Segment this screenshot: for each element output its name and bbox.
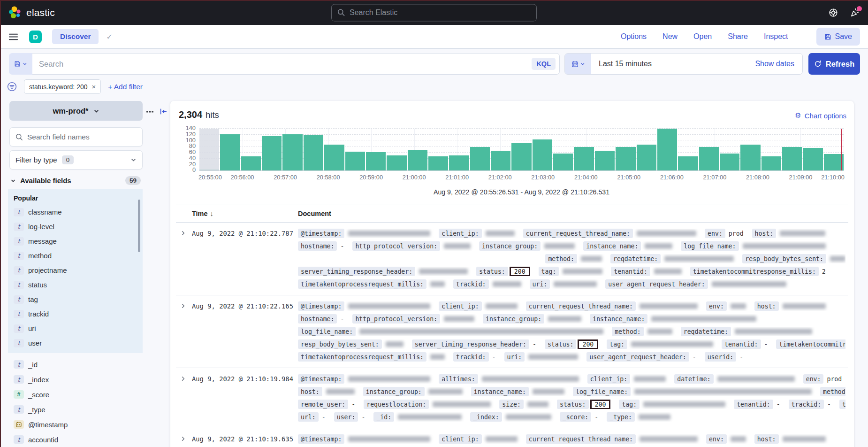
doc-field-current_request_thread_name[interactable]: current_request_thread_name:	[523, 229, 633, 238]
add-filter-button[interactable]: + Add filter	[108, 83, 143, 91]
doc-field-hostname[interactable]: hostname:	[298, 241, 337, 251]
filter-pill-status-keyword-200[interactable]: status.keyword: 200 ×	[24, 79, 101, 94]
doc-field-tenantid[interactable]: tenantid:	[734, 400, 773, 409]
doc-field-log_file_name[interactable]: log_file_name:	[298, 327, 356, 336]
date-quick-select-button[interactable]	[565, 54, 591, 74]
doc-field-host[interactable]: host:	[754, 434, 779, 444]
field-item-classname[interactable]: tclassname	[8, 205, 143, 219]
doc-field-env[interactable]: env:	[706, 434, 727, 444]
show-dates-button[interactable]: Show dates	[747, 60, 802, 68]
histogram-bar[interactable]	[533, 139, 552, 170]
histogram-bar[interactable]	[782, 147, 802, 170]
doc-field-instance_group[interactable]: instance_group:	[483, 314, 544, 324]
doc-field-instance_group[interactable]: instance_group:	[363, 387, 425, 396]
doc-field-tenantid[interactable]: tenantid:	[611, 267, 650, 276]
histogram-bar[interactable]	[470, 147, 490, 170]
histogram-bar[interactable]	[761, 156, 781, 171]
breadcrumb-discover[interactable]: Discover	[52, 29, 99, 44]
filter-by-type-select[interactable]: Filter by type 0	[9, 150, 143, 170]
histogram-bar[interactable]	[408, 150, 427, 171]
doc-field-_score[interactable]: _score:	[560, 412, 592, 422]
histogram-bar[interactable]	[740, 145, 760, 170]
histogram-bar[interactable]	[282, 134, 302, 170]
options-button[interactable]: Options	[621, 32, 647, 41]
doc-field-env[interactable]: env:	[706, 301, 727, 311]
histogram-bar[interactable]	[595, 151, 615, 170]
field-item-@timestamp[interactable]: @timestamp	[8, 417, 143, 432]
histogram-bar[interactable]	[574, 147, 594, 170]
doc-field-user_agent_request_header[interactable]: user_agent_request_header:	[605, 279, 708, 289]
doc-field-type[interactable]: type:	[839, 400, 845, 409]
histogram-bar[interactable]	[304, 135, 323, 170]
doc-field-status[interactable]: status:	[476, 267, 508, 276]
doc-field-reqdatetime[interactable]: reqdatetime:	[681, 327, 731, 336]
doc-field-http_protocol_version[interactable]: http_protocol_version:	[352, 314, 440, 324]
time-column-header[interactable]: Time↓	[192, 210, 298, 217]
save-button[interactable]: Save	[816, 28, 860, 46]
doc-field-env[interactable]: env:	[705, 229, 725, 238]
doc-field-_index[interactable]: _index:	[470, 412, 502, 422]
doc-field-hostname[interactable]: hostname:	[298, 314, 337, 324]
doc-field-user[interactable]: user:	[334, 412, 358, 422]
sidebar-scrollbar[interactable]	[138, 200, 140, 252]
doc-field-method[interactable]: method:	[612, 327, 644, 336]
field-item-log-level[interactable]: tlog-level	[8, 219, 143, 234]
doc-field-trackid[interactable]: trackid:	[453, 279, 489, 289]
histogram-bar[interactable]	[657, 129, 677, 170]
doc-field-@timestamp[interactable]: @timestamp:	[298, 374, 344, 384]
doc-field-datetime[interactable]: datetime:	[674, 374, 713, 384]
doc-field-timetakentoprocessrequest_millis[interactable]: timetakentoprocessrequest_millis:	[298, 279, 426, 289]
histogram-bar[interactable]	[324, 145, 344, 170]
doc-field-host[interactable]: host:	[298, 387, 322, 396]
doc-field-current_request_thread_name[interactable]: current_request_thread_name:	[526, 434, 636, 444]
field-item-user[interactable]: tuser	[8, 336, 143, 350]
expand-row-button[interactable]	[176, 301, 192, 365]
doc-field-server_timing_response_header[interactable]: server_timing_response_header:	[298, 267, 415, 276]
doc-field-resp_body_bytes_sent[interactable]: resp_body_bytes_sent:	[742, 254, 826, 263]
available-fields-accordion[interactable]: Available fields 59	[10, 176, 143, 185]
doc-field-client_ip[interactable]: client_ip:	[439, 434, 481, 444]
histogram-bar[interactable]	[616, 147, 635, 170]
time-range-value[interactable]: Last 15 minutes	[591, 60, 747, 68]
doc-field-reqdatetime[interactable]: reqdatetime:	[610, 254, 661, 263]
doc-field-method[interactable]: method:	[820, 387, 845, 396]
doc-field-user_agent_request_header[interactable]: user_agent_request_header:	[586, 352, 689, 362]
histogram-bar[interactable]	[803, 148, 822, 170]
doc-field-tag[interactable]: tag:	[619, 400, 640, 409]
doc-field-resp_body_bytes_sent[interactable]: resp_body_bytes_sent:	[298, 339, 382, 349]
remove-filter-icon[interactable]: ×	[92, 83, 96, 91]
kql-language-button[interactable]: KQL	[532, 58, 556, 70]
index-pattern-selector[interactable]: wm-prod*	[9, 101, 143, 121]
histogram-bar[interactable]	[511, 143, 531, 170]
doc-field-trackid[interactable]: trackid:	[789, 400, 824, 409]
expand-row-button[interactable]	[176, 229, 192, 292]
field-settings-dots-icon[interactable]	[146, 108, 154, 116]
field-item-uri[interactable]: turi	[8, 321, 143, 336]
expand-row-button[interactable]	[176, 434, 192, 447]
doc-field-remote_user[interactable]: remote_user:	[298, 400, 348, 409]
doc-field-tag[interactable]: tag:	[539, 267, 559, 276]
open-button[interactable]: Open	[693, 32, 712, 41]
expand-row-button[interactable]	[176, 374, 192, 425]
doc-field-url[interactable]: url:	[298, 412, 319, 422]
histogram-bar[interactable]	[366, 152, 386, 170]
doc-field-alltimes[interactable]: alltimes:	[439, 374, 478, 384]
field-item-method[interactable]: tmethod	[8, 248, 143, 263]
doc-field-http_protocol_version[interactable]: http_protocol_version:	[352, 241, 440, 251]
menu-hamburger-icon[interactable]	[8, 31, 19, 42]
doc-field-timetakentocommitresponse_millis[interactable]: timetakentocommitresponse_millis:	[690, 267, 819, 276]
doc-field-trackid[interactable]: trackid:	[453, 352, 489, 362]
histogram-bar[interactable]	[720, 154, 739, 170]
doc-field-timetakentocommitresponse_millis[interactable]: timetakentocommitresponse_millis:	[776, 339, 845, 349]
doc-field-_type[interactable]: _type:	[607, 412, 635, 422]
doc-field-instance_name[interactable]: instance_name:	[590, 314, 647, 324]
doc-field-instance_group[interactable]: instance_group:	[479, 241, 541, 251]
kql-query-input[interactable]	[39, 60, 532, 69]
doc-field-instance_name[interactable]: instance_name:	[583, 241, 641, 251]
doc-field-host[interactable]: host:	[754, 301, 779, 311]
histogram-bar[interactable]	[262, 136, 282, 170]
doc-field-uri[interactable]: uri:	[504, 352, 525, 362]
doc-field-size[interactable]: size:	[499, 400, 524, 409]
doc-field-@timestamp[interactable]: @timestamp:	[298, 301, 344, 311]
field-item-tag[interactable]: ttag	[8, 292, 143, 307]
